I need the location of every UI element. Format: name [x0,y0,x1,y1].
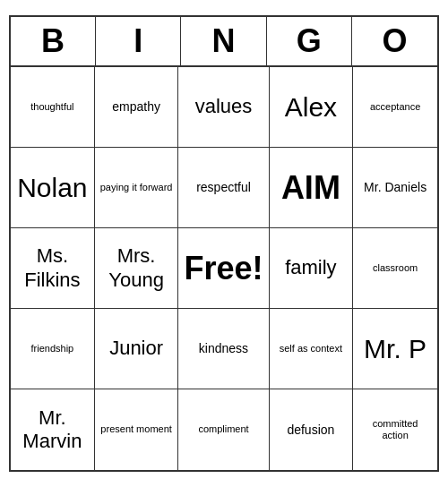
cell-text-11: Mrs. Young [100,244,173,292]
cell-text-21: present moment [100,423,171,435]
bingo-cell-8: AIM [270,148,354,228]
cell-text-2: values [195,95,253,118]
cell-text-16: Junior [109,337,163,360]
header-letter-n: N [181,17,266,65]
cell-text-0: thoughtful [30,101,73,113]
bingo-cell-19: Mr. P [353,309,437,389]
bingo-cell-24: committed action [353,389,437,470]
bingo-cell-14: classroom [353,228,437,309]
cell-text-10: Ms. Filkins [16,244,89,292]
cell-text-19: Mr. P [364,333,426,365]
bingo-card: BINGO thoughtfulempathyvaluesAlexaccepta… [9,15,439,472]
cell-text-5: Nolan [17,172,87,204]
bingo-cell-11: Mrs. Young [95,228,179,309]
bingo-cell-1: empathy [95,67,179,148]
cell-text-18: self as context [280,343,342,355]
bingo-cell-23: defusion [270,389,354,470]
bingo-cell-13: family [270,228,354,309]
bingo-cell-22: compliment [178,389,269,470]
header-letter-b: B [11,17,96,65]
bingo-cell-18: self as context [270,309,354,389]
cell-text-7: respectful [196,180,251,195]
cell-text-3: Alex [285,91,337,124]
cell-text-13: family [285,256,336,279]
cell-text-23: defusion [287,423,334,438]
bingo-cell-3: Alex [270,67,354,148]
cell-text-8: AIM [281,168,340,207]
header-letter-i: I [96,17,181,65]
cell-text-1: empathy [112,99,160,115]
cell-text-9: Mr. Daniels [364,180,426,195]
cell-text-14: classroom [373,262,418,274]
bingo-cell-2: values [178,67,269,148]
bingo-cell-4: acceptance [353,67,437,148]
bingo-grid: thoughtfulempathyvaluesAlexacceptanceNol… [11,67,437,470]
cell-text-15: friendship [31,343,74,355]
cell-text-20: Mr. Marvin [16,406,89,454]
header-letter-g: G [267,17,352,65]
cell-text-17: kindness [199,341,248,356]
bingo-cell-16: Junior [95,309,179,389]
cell-text-4: acceptance [370,101,420,113]
bingo-cell-7: respectful [178,148,269,228]
cell-text-24: committed action [358,418,432,441]
bingo-cell-6: paying it forward [95,148,179,228]
bingo-cell-20: Mr. Marvin [11,389,95,470]
cell-text-12: Free! [184,249,263,287]
bingo-cell-9: Mr. Daniels [353,148,437,228]
bingo-cell-10: Ms. Filkins [11,228,95,309]
header-letter-o: O [352,17,437,65]
cell-text-6: paying it forward [100,182,173,193]
bingo-cell-0: thoughtful [11,67,95,148]
bingo-cell-17: kindness [178,309,269,389]
cell-text-22: compliment [198,423,248,435]
bingo-cell-21: present moment [95,389,179,470]
bingo-cell-12: Free! [178,228,269,309]
bingo-cell-15: friendship [11,309,95,389]
bingo-header: BINGO [11,17,437,67]
bingo-cell-5: Nolan [11,148,95,228]
